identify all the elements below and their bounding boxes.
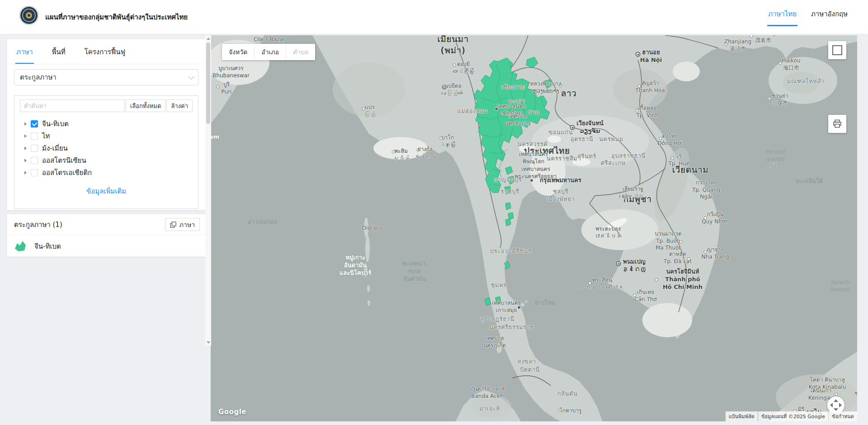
map-level-button: ตำบล bbox=[286, 44, 315, 60]
expand-caret-icon[interactable] bbox=[24, 159, 27, 162]
university-logo-icon bbox=[19, 6, 38, 25]
map-marker-dot bbox=[495, 107, 498, 111]
tree-label[interactable]: ออสโตรเอเชียติก bbox=[42, 167, 92, 178]
map-marker-o bbox=[687, 258, 690, 261]
map-marker-o bbox=[659, 137, 662, 140]
language-family-dropdown[interactable]: ตระกูลภาษา bbox=[14, 69, 198, 85]
scrollbar-thumb[interactable] bbox=[206, 42, 210, 124]
map-marker-o bbox=[474, 389, 477, 392]
legend-title: ตระกูลภาษา (1) bbox=[14, 219, 62, 230]
legend-item: จีน-ทิเบต bbox=[7, 235, 205, 257]
map-attribution: แป้นพิมพ์ลัดข้อมูลแผนที่ ©2025 Googleข้อ… bbox=[725, 411, 857, 421]
tree-filter-box: เลือกทั้งหมด ล้างค่า จีน-ทิเบตไทม้ง-เมี่… bbox=[14, 95, 198, 209]
map-marker-o bbox=[589, 282, 592, 285]
map-marker-o bbox=[636, 109, 639, 113]
map-marker-o bbox=[257, 37, 260, 40]
tree-checkbox[interactable] bbox=[31, 157, 38, 164]
tree-row: ม้ง-เมี่ยน bbox=[24, 142, 198, 154]
polygon-swatch-icon bbox=[14, 240, 27, 252]
tree-checkbox[interactable] bbox=[31, 132, 38, 140]
map-canvas[interactable]: เมียนมา(พม่า)ลาวประเทศไทยเวียดนามกัมพูชา… bbox=[211, 35, 857, 421]
sidebar-tab[interactable]: ภาษา bbox=[15, 47, 34, 64]
sidebar-tabs: ภาษาพื้นที่โครงการฟื้นฟู bbox=[7, 39, 205, 64]
map-level-button[interactable]: อำเภอ bbox=[255, 44, 286, 60]
clear-button[interactable]: ล้างค่า bbox=[166, 99, 193, 112]
google-logo: Google bbox=[218, 408, 246, 416]
chevron-down-icon bbox=[188, 73, 194, 80]
map-marker-o bbox=[704, 217, 707, 220]
tree-row: ไท bbox=[24, 130, 198, 142]
page-title: แผนที่ภาษาของกลุ่มชาติพันธุ์ต่างๆในประเท… bbox=[45, 0, 188, 34]
select-all-button[interactable]: เลือกทั้งหมด bbox=[126, 99, 166, 112]
lang-tab-active[interactable]: ภาษาไทย bbox=[767, 7, 797, 26]
map-marker-o bbox=[559, 84, 562, 87]
tree-row: จีน-ทิเบต bbox=[24, 118, 198, 130]
attribution-link[interactable]: แป้นพิมพ์ลัด bbox=[726, 411, 758, 421]
expand-caret-icon[interactable] bbox=[24, 146, 27, 150]
tree-row: ออสโตรเอเชียติก bbox=[24, 166, 198, 179]
expand-caret-icon[interactable] bbox=[24, 171, 27, 175]
page-scroll-gutter[interactable] bbox=[857, 34, 868, 425]
attribution-link[interactable]: ข้อกำหนด bbox=[829, 411, 857, 421]
lang-tab-inactive[interactable]: ภาษาอังกฤษ bbox=[810, 7, 849, 26]
tree-label[interactable]: ออสโตรนีเซียน bbox=[42, 155, 86, 166]
fullscreen-button[interactable] bbox=[828, 41, 846, 59]
basemap bbox=[211, 35, 857, 421]
pan-down-icon bbox=[834, 408, 838, 411]
legend-layer-button[interactable]: ภาษา bbox=[165, 218, 200, 231]
language-family-tree: จีน-ทิเบตไทม้ง-เมี่ยนออสโตรนีเซียนออสโตร… bbox=[14, 115, 198, 179]
map-marker-o bbox=[671, 157, 674, 160]
map-marker-dot bbox=[530, 179, 533, 182]
tree-checkbox[interactable] bbox=[31, 120, 38, 128]
map-marker-ring bbox=[616, 261, 621, 266]
map-marker-ring bbox=[636, 52, 641, 57]
map-marker-o bbox=[392, 151, 395, 154]
map-marker-o bbox=[633, 294, 637, 297]
app-header: แผนที่ภาษาของกลุ่มชาติพันธุ์ต่างๆในประเท… bbox=[0, 0, 868, 34]
sidebar-scrollbar[interactable] bbox=[205, 35, 211, 346]
map-marker-o bbox=[679, 241, 683, 244]
map-marker-o bbox=[219, 68, 222, 71]
map-marker-o bbox=[440, 137, 443, 140]
map-level-button[interactable]: จังหวัด bbox=[222, 44, 255, 60]
map-marker-o bbox=[638, 85, 641, 88]
search-input[interactable] bbox=[20, 99, 125, 112]
map-marker-o bbox=[362, 107, 365, 110]
map-marker-dot bbox=[517, 306, 521, 309]
tree-checkbox[interactable] bbox=[31, 145, 38, 152]
pan-left-icon bbox=[830, 403, 833, 407]
more-info-link[interactable]: ข้อมูลเพิ่มเติม bbox=[86, 187, 126, 195]
attribution-link[interactable]: ข้อมูลแผนที่ ©2025 Google bbox=[758, 411, 828, 421]
layers-icon bbox=[170, 222, 176, 228]
tree-checkbox[interactable] bbox=[31, 169, 38, 176]
pan-right-icon bbox=[839, 403, 842, 407]
map-marker-o bbox=[694, 189, 698, 192]
map-marker-ring bbox=[570, 125, 575, 130]
scroll-down-icon[interactable] bbox=[207, 341, 210, 344]
scroll-up-icon[interactable] bbox=[207, 38, 210, 40]
map-marker-o bbox=[725, 43, 728, 46]
map-marker-o bbox=[559, 408, 562, 411]
expand-caret-icon[interactable] bbox=[24, 134, 27, 138]
map-marker-o bbox=[704, 250, 707, 254]
expand-caret-icon[interactable] bbox=[24, 122, 27, 126]
legend-item-label: จีน-ทิเบต bbox=[34, 241, 61, 252]
printer-icon bbox=[833, 119, 842, 128]
print-button[interactable] bbox=[828, 115, 846, 133]
tree-label[interactable]: ม้ง-เมี่ยน bbox=[42, 143, 68, 154]
map-marker-o bbox=[835, 393, 838, 396]
tree-label[interactable]: จีน-ทิเบต bbox=[42, 118, 69, 129]
map-marker-o bbox=[417, 149, 420, 152]
map-marker-o bbox=[768, 97, 771, 100]
sidebar-tab[interactable]: พื้นที่ bbox=[51, 47, 66, 64]
tree-label[interactable]: ไท bbox=[42, 131, 50, 142]
map-marker-o bbox=[453, 64, 456, 67]
legend-panel: ตระกูลภาษา (1) ภาษา จีน-ทิเบต bbox=[7, 214, 206, 257]
sidebar-tab[interactable]: โครงการฟื้นฟู bbox=[84, 47, 127, 64]
map-marker-sq bbox=[363, 227, 366, 229]
map-marker-o bbox=[779, 62, 782, 65]
filter-panel: ภาษาพื้นที่โครงการฟื้นฟู ตระกูลภาษา เลือ… bbox=[7, 39, 206, 210]
language-switcher: ภาษาไทยภาษาอังกฤษ bbox=[767, 7, 849, 26]
admin-level-buttons: จังหวัดอำเภอตำบล bbox=[222, 44, 315, 60]
map-marker-o bbox=[217, 85, 220, 89]
